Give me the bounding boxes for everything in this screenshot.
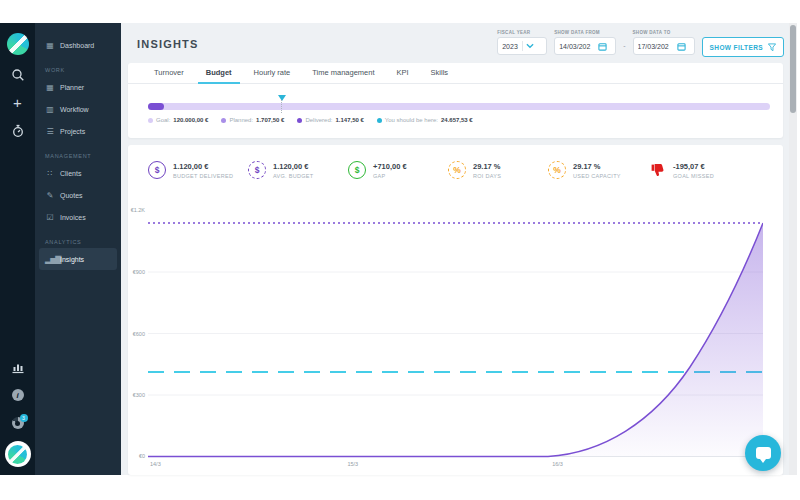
budget-overview-card: Turnover Budget Hourly rate Time managem… xyxy=(128,63,783,138)
dashboard-icon: ▦ xyxy=(45,41,54,50)
sidebar-item-label: Quotes xyxy=(60,192,83,199)
tab-kpi[interactable]: KPI xyxy=(386,63,420,83)
legend-label: Delivered: xyxy=(305,117,332,123)
search-icon[interactable] xyxy=(10,67,26,83)
date-to-value: 17/03/202 xyxy=(638,43,674,50)
insight-tabs: Turnover Budget Hourly rate Time managem… xyxy=(128,63,783,84)
marker-stem xyxy=(281,100,282,113)
sidebar-item-workflow[interactable]: ▥ Workflow xyxy=(39,98,117,120)
workflow-icon: ▥ xyxy=(45,105,54,114)
usage-donut-icon[interactable]: 3 xyxy=(12,417,24,429)
budget-progress-bar xyxy=(148,103,770,110)
rail-bottom-group: i 3 xyxy=(5,347,31,467)
y-tick: €1.2K xyxy=(124,207,145,213)
sidebar-item-label: Planner xyxy=(60,84,84,91)
clients-icon: ∷ xyxy=(45,169,54,178)
show-filters-button[interactable]: SHOW FILTERS xyxy=(702,37,784,57)
dollar-circle-icon: $ xyxy=(348,161,366,179)
kpi-budget-delivered: $ 1.120,00 € BUDGET DELIVERED xyxy=(148,161,248,179)
kpi-gap: $ +710,00 € GAP xyxy=(348,161,448,179)
legend-planned: Planned: 1.707,50 € xyxy=(221,117,284,123)
sidebar-item-quotes[interactable]: ✎ Quotes xyxy=(39,184,117,206)
fiscal-year-select[interactable]: 2023 xyxy=(497,37,547,55)
kpi-value: +710,00 € xyxy=(373,162,407,171)
date-to-input[interactable]: 17/03/202 xyxy=(633,37,695,55)
y-tick: €300 xyxy=(124,392,145,398)
area-fill xyxy=(148,223,763,457)
kpi-roi-days: % 29.17 % ROI DAYS xyxy=(448,161,548,179)
progress-legend: Goal: 120.000,00 € Planned: 1.707,50 € D… xyxy=(148,117,783,123)
filter-icon xyxy=(768,43,776,52)
calendar-icon xyxy=(677,42,686,51)
sidebar-item-planner[interactable]: ▦ Planner xyxy=(39,76,117,98)
kpi-avg-budget: $ 1.120,00 € AVG. BUDGET xyxy=(248,161,348,179)
sidebar-item-label: Dashboard xyxy=(60,42,94,49)
sidebar-item-insights[interactable]: ▂▅▇ Insights xyxy=(39,248,117,270)
chat-button[interactable] xyxy=(745,435,781,471)
date-from-field: SHOW DATA FROM 14/03/202 xyxy=(554,30,616,55)
legend-you-should-be-here: You should be here: 24.657,53 € xyxy=(377,117,473,123)
kpi-value: 1.120,00 € xyxy=(173,162,233,171)
timer-icon[interactable] xyxy=(10,123,26,139)
date-to-field: SHOW DATA TO 17/03/202 xyxy=(633,30,695,55)
main-content: INSIGHTS FISCAL YEAR 2023 SHOW DATA FROM… xyxy=(121,23,789,475)
kpi-label: ROI DAYS xyxy=(473,173,501,179)
tab-skills[interactable]: Skills xyxy=(420,63,460,83)
info-icon[interactable]: i xyxy=(12,389,24,401)
date-range-separator: - xyxy=(623,42,625,49)
kpi-label: USED CAPACITY xyxy=(573,173,621,179)
bar-chart-icon[interactable] xyxy=(10,359,26,375)
calendar-icon xyxy=(598,42,607,51)
app-logo-icon[interactable] xyxy=(7,33,29,55)
budget-area-chart: €1.2K €900 €600 €300 €0 xyxy=(148,210,763,458)
sidebar-section-work: WORK xyxy=(35,64,121,76)
date-from-input[interactable]: 14/03/202 xyxy=(554,37,616,55)
sidebar-item-label: Workflow xyxy=(60,106,89,113)
legend-dot xyxy=(297,118,302,123)
chart-canvas xyxy=(148,210,763,458)
date-from-label: SHOW DATA FROM xyxy=(554,30,616,35)
sidebar-item-clients[interactable]: ∷ Clients xyxy=(39,162,117,184)
sidebar-item-label: Clients xyxy=(60,170,81,177)
tab-time-management[interactable]: Time management xyxy=(301,63,385,83)
show-filters-label: SHOW FILTERS xyxy=(710,44,763,51)
sidebar-item-label: Insights xyxy=(60,256,84,263)
tab-hourly-rate[interactable]: Hourly rate xyxy=(243,63,302,83)
logo-bottom[interactable] xyxy=(5,441,31,467)
chat-bubble-icon xyxy=(756,447,771,459)
legend-dot xyxy=(148,118,153,123)
legend-dot xyxy=(221,118,226,123)
sidebar-item-projects[interactable]: ☰ Projects xyxy=(39,120,117,142)
y-tick: €0 xyxy=(124,453,145,459)
budget-chart-card: $ 1.120,00 € BUDGET DELIVERED $ 1.120,00… xyxy=(128,145,783,475)
header-controls: FISCAL YEAR 2023 SHOW DATA FROM 14/03/20… xyxy=(497,30,784,57)
kpi-used-capacity: % 29.17 % USED CAPACITY xyxy=(548,161,648,179)
sidebar-section-management: MANAGEMENT xyxy=(35,150,121,162)
kpi-value: 29.17 % xyxy=(573,162,621,171)
kpi-value: 1.120,00 € xyxy=(273,162,313,171)
kpi-label: GAP xyxy=(373,173,407,179)
x-tick: 14/3 xyxy=(150,461,161,467)
chevron-down-icon xyxy=(526,43,534,49)
usage-badge: 3 xyxy=(20,414,28,422)
legend-label: Goal: xyxy=(156,117,170,123)
icon-rail: + i 3 xyxy=(0,23,35,475)
sidebar-item-dashboard[interactable]: ▦ Dashboard xyxy=(39,34,117,56)
fiscal-year-label: FISCAL YEAR xyxy=(497,30,547,35)
projects-icon: ☰ xyxy=(45,127,54,136)
legend-value: 1.147,50 € xyxy=(335,117,363,123)
kpi-value: 29.17 % xyxy=(473,162,501,171)
sidebar-item-invoices[interactable]: ☑ Invoices xyxy=(39,206,117,228)
scrollbar-thumb[interactable] xyxy=(790,25,796,113)
tab-turnover[interactable]: Turnover xyxy=(143,63,195,83)
add-icon[interactable]: + xyxy=(10,95,26,111)
sidebar-item-label: Projects xyxy=(60,128,85,135)
app-window: + i 3 ▦ Dashboard WORK ▦ Planner xyxy=(0,23,797,475)
kpi-label: GOAL MISSED xyxy=(673,173,714,179)
insights-icon: ▂▅▇ xyxy=(45,255,54,264)
you-should-be-here-marker xyxy=(278,95,286,101)
legend-dot xyxy=(377,118,382,123)
tab-budget[interactable]: Budget xyxy=(195,63,243,83)
kpi-label: AVG. BUDGET xyxy=(273,173,313,179)
invoices-icon: ☑ xyxy=(45,213,54,222)
